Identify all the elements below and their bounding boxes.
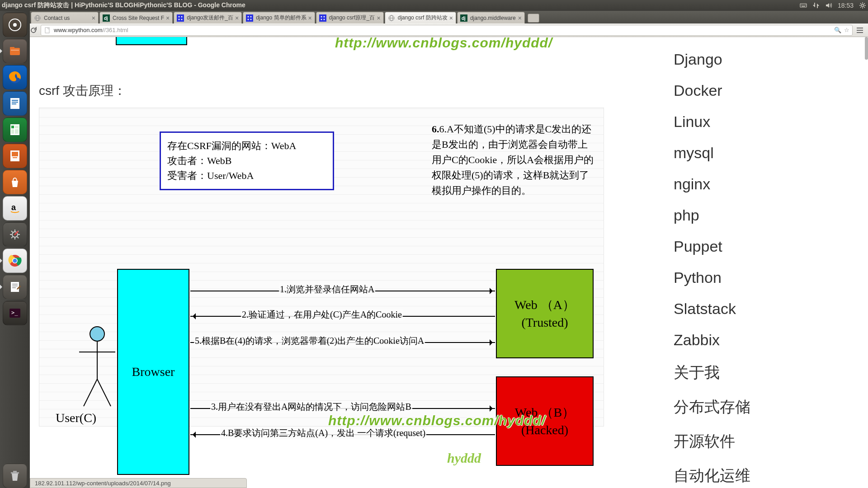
svg-rect-62 xyxy=(11,472,19,474)
category-link-storage[interactable]: 分布式存储 xyxy=(674,397,850,418)
close-icon[interactable]: × xyxy=(92,14,95,22)
launcher-settings[interactable] xyxy=(3,222,27,247)
user-label: User(C) xyxy=(56,411,96,425)
status-url: 182.92.101.112/wp-content/uploads/2014/0… xyxy=(35,480,171,487)
network-icon[interactable] xyxy=(812,2,820,9)
system-menu-bar: django csrf 防跨站攻击 | HiPythonic'S BLOGHiP… xyxy=(0,0,868,11)
category-link-linux[interactable]: Linux xyxy=(674,113,850,131)
tab-contact-us[interactable]: Contact us× xyxy=(31,12,99,23)
diagram-fragment-block xyxy=(116,37,187,45)
svg-rect-58 xyxy=(12,286,18,286)
category-link-opensource[interactable]: 开源软件 xyxy=(674,431,850,452)
tab-csrf-attack[interactable]: django csrf 防跨站攻× xyxy=(385,12,456,23)
tab-label: django csrf 防跨站攻 xyxy=(398,14,448,22)
close-icon[interactable]: × xyxy=(449,14,453,22)
svg-rect-12 xyxy=(177,14,184,22)
svg-point-20 xyxy=(248,19,249,20)
baidu-icon xyxy=(177,14,184,22)
gear-icon[interactable] xyxy=(859,2,866,9)
svg-point-6 xyxy=(862,5,864,7)
launcher-trash[interactable] xyxy=(3,464,27,488)
keyboard-icon[interactable] xyxy=(800,2,807,9)
tab-django-mail[interactable]: django发送邮件_百× xyxy=(174,12,242,23)
launcher-amazon[interactable]: a xyxy=(3,196,27,221)
svg-text:dj: dj xyxy=(462,16,466,21)
django-icon: dj xyxy=(460,14,467,22)
django-icon: dj xyxy=(103,14,110,22)
launcher-terminal[interactable]: >_ xyxy=(3,301,27,325)
svg-point-25 xyxy=(321,19,322,20)
tab-middleware[interactable]: djdjango.middleware× xyxy=(457,12,525,23)
window-title: django csrf 防跨站攻击 | HiPythonic'S BLOGHiP… xyxy=(2,1,800,9)
launcher-chrome[interactable] xyxy=(3,249,27,273)
svg-point-15 xyxy=(179,19,180,20)
launcher-dash[interactable] xyxy=(3,13,27,37)
csrf-diagram: 存在CSRF漏洞的网站：WebA 攻击者：WebB 受害者：User/WebA … xyxy=(39,108,604,427)
launcher-writer[interactable] xyxy=(3,91,27,116)
watermark-text: http://www.cnblogs.com/hyddd/ xyxy=(335,37,552,51)
arrow-3-label: 3.用户在没有登出A网站的情况下，访问危险网站B xyxy=(210,401,412,413)
zoom-icon[interactable]: 🔍 xyxy=(834,27,841,33)
tab-cross-site[interactable]: djCross Site Request F× xyxy=(99,12,173,23)
svg-rect-36 xyxy=(10,47,14,49)
launcher-software[interactable] xyxy=(3,170,27,194)
bookmark-icon[interactable]: ☆ xyxy=(844,27,849,33)
svg-rect-5 xyxy=(802,6,805,7)
launcher-gedit[interactable] xyxy=(3,275,27,299)
address-bar[interactable]: www.wpython.com//361.html 🔍 ☆ xyxy=(41,25,853,36)
browser-toolbar: www.wpython.com//361.html 🔍 ☆ xyxy=(0,23,868,37)
tab-label: django.middleware xyxy=(470,15,516,21)
category-link-devops[interactable]: 自动化运维 xyxy=(674,465,850,486)
svg-rect-42 xyxy=(12,103,16,104)
close-icon[interactable]: × xyxy=(308,14,312,22)
launcher-calc[interactable] xyxy=(3,117,27,142)
new-tab-button[interactable] xyxy=(528,14,539,23)
category-link-django[interactable]: Django xyxy=(674,51,850,68)
close-icon[interactable]: × xyxy=(166,14,170,22)
globe-icon xyxy=(34,14,41,22)
svg-point-13 xyxy=(179,16,180,17)
tab-label: django 简单的邮件系 xyxy=(256,14,306,22)
launcher-firefox[interactable] xyxy=(3,65,27,89)
note-6-text: 6.6.A不知道(5)中的请求是C发出的还是B发出的，由于浏览器会自动带上用户C… xyxy=(432,122,594,198)
close-icon[interactable]: × xyxy=(518,14,522,22)
close-icon[interactable]: × xyxy=(235,14,239,22)
launcher-files[interactable] xyxy=(3,39,27,63)
svg-rect-46 xyxy=(11,129,14,134)
tab-label: django csrf原理_百 xyxy=(329,14,375,22)
category-link-zabbix[interactable]: Zabbix xyxy=(674,331,850,349)
category-sidebar: Django Docker Linux mysql nginx php Pupp… xyxy=(665,37,859,488)
launcher-impress[interactable] xyxy=(3,144,27,168)
svg-point-18 xyxy=(248,16,249,17)
category-link-python[interactable]: Python xyxy=(674,269,850,286)
close-icon[interactable]: × xyxy=(377,14,381,22)
category-link-mysql[interactable]: mysql xyxy=(674,144,850,162)
status-bar: 182.92.101.112/wp-content/uploads/2014/0… xyxy=(30,478,247,488)
chrome-menu-button[interactable] xyxy=(854,25,865,36)
svg-point-14 xyxy=(181,16,183,17)
category-link-php[interactable]: php xyxy=(674,206,850,224)
svg-point-64 xyxy=(90,327,104,341)
top-image-fragment: http://www.cnblogs.com/hyddd/ xyxy=(39,37,640,51)
category-link-about[interactable]: 关于我 xyxy=(674,362,850,383)
legend-line: 存在CSRF漏洞的网站：WebA xyxy=(167,138,326,153)
category-link-slatstack[interactable]: Slatstack xyxy=(674,300,850,318)
scrollbar-thumb[interactable] xyxy=(865,37,868,60)
category-link-nginx[interactable]: nginx xyxy=(674,175,850,193)
svg-point-24 xyxy=(323,16,325,17)
page-scrollbar[interactable] xyxy=(863,37,868,488)
svg-rect-37 xyxy=(11,50,19,51)
category-link-puppet[interactable]: Puppet xyxy=(674,238,850,255)
unity-launcher: a >_ xyxy=(0,11,30,488)
tab-django-simple-mail[interactable]: django 简单的邮件系× xyxy=(243,12,315,23)
svg-rect-0 xyxy=(800,4,807,7)
clock[interactable]: 18:53 xyxy=(838,2,854,9)
legend-box: 存在CSRF漏洞的网站：WebA 攻击者：WebB 受害者：User/WebA xyxy=(160,131,334,190)
tab-csrf-principle[interactable]: django csrf原理_百× xyxy=(316,12,384,23)
baidu-icon xyxy=(246,14,253,22)
svg-point-34 xyxy=(13,23,17,27)
svg-rect-63 xyxy=(13,471,17,472)
page-viewport: http://www.cnblogs.com/hyddd/ csrf 攻击原理：… xyxy=(30,37,868,488)
category-link-docker[interactable]: Docker xyxy=(674,82,850,99)
volume-icon[interactable] xyxy=(825,2,832,9)
